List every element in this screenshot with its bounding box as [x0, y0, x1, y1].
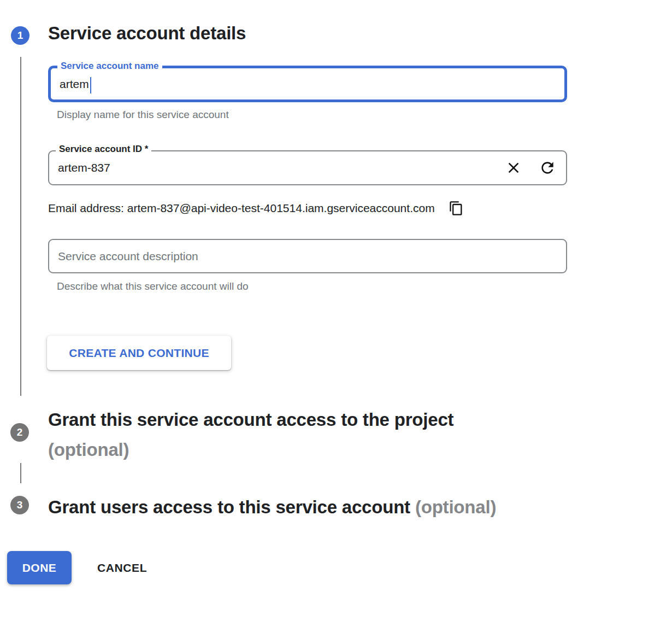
service-account-name-label: Service account name [57, 61, 162, 72]
text-cursor [90, 77, 92, 93]
service-account-name-field[interactable]: Service account name artem [48, 66, 567, 102]
step-2-title-block: Grant this service account access to the… [48, 405, 573, 465]
service-account-description-placeholder: Service account description [58, 250, 198, 263]
step-1-title: Service account details [48, 20, 246, 46]
service-account-description-helper: Describe what this service account will … [57, 280, 249, 292]
service-account-name-helper: Display name for this service account [57, 109, 229, 121]
done-button[interactable]: DONE [7, 551, 72, 584]
clear-icon [505, 159, 522, 177]
step-2-indicator: 2 [10, 423, 29, 442]
step-3-title-block: Grant users access to this service accou… [48, 494, 616, 521]
create-and-continue-button[interactable]: CREATE AND CONTINUE [47, 336, 231, 370]
refresh-icon [539, 159, 556, 177]
service-account-description-field[interactable]: Service account description [48, 239, 567, 273]
copy-icon [449, 201, 464, 216]
step-1-indicator: 1 [11, 26, 30, 45]
email-address-text: Email address: artem-837@api-video-test-… [48, 202, 435, 215]
service-account-id-label: Service account ID * [56, 144, 151, 155]
step-connector-line-1 [20, 57, 21, 396]
email-address-row: Email address: artem-837@api-video-test-… [48, 200, 567, 216]
clear-id-button[interactable] [505, 159, 522, 177]
step-2-optional-label: (optional) [48, 435, 573, 465]
service-account-id-field[interactable]: Service account ID * artem-837 [48, 150, 567, 185]
step-3-optional-label: (optional) [415, 497, 496, 517]
cancel-button[interactable]: CANCEL [97, 559, 147, 577]
step-2-title: Grant this service account access to the… [48, 405, 573, 435]
service-account-id-value: artem-837 [58, 161, 110, 174]
step-3-title: Grant users access to this service accou… [48, 497, 410, 517]
copy-email-button[interactable] [448, 200, 464, 216]
regenerate-id-button[interactable] [539, 159, 556, 177]
step-3-indicator: 3 [10, 496, 29, 514]
service-account-name-value: artem [60, 78, 89, 91]
step-connector-line-2 [20, 463, 21, 483]
